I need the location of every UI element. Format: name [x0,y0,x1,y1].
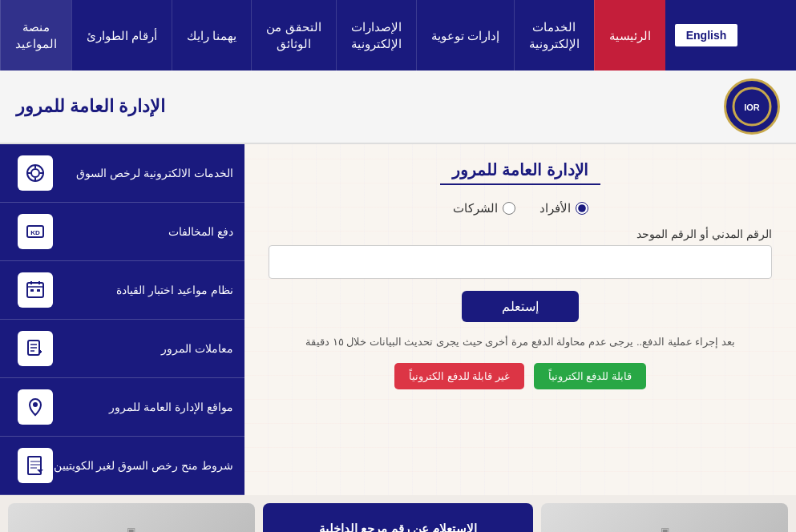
field-label: الرقم المدني أو الرقم الموحد [269,228,772,240]
radio-group: الأفراد الشركات [269,201,772,216]
svg-text:KD: KD [30,229,40,236]
bottom-section: ▣ الإستعلام عن رقم مرجع الداخلية ▣ [0,495,796,532]
bottom-card-center[interactable]: الإستعلام عن رقم مرجع الداخلية [263,503,534,532]
nav-item-verify[interactable]: التحقق من الوثائق [251,0,335,71]
nav-item-issuances[interactable]: الإصدارات الإلكترونية [336,0,416,71]
nav-item-platform[interactable]: منصة المواعيد [0,0,71,71]
radio-companies-label[interactable]: الشركات [453,201,515,216]
submit-button[interactable]: إستعلم [462,291,579,322]
sidebar-icon-pay-violations: KD [18,214,53,249]
sidebar-item-vehicle-license[interactable]: الخدمات الالكترونية لرخص السوق [0,144,244,203]
svg-point-3 [31,169,39,177]
radio-companies[interactable] [503,202,515,215]
nav-item-awareness[interactable]: إدارات توعوية [416,0,514,71]
nav-item-emergency[interactable]: أرقام الطوارئ [71,0,172,71]
bottom-card-right: ▣ [8,503,255,532]
info-text: بعد إجراء عملية الدفع.. يرجى عدم محاولة … [269,334,772,351]
page-header-title: الإدارة العامة للمرور [16,96,165,117]
bottom-card-right-placeholder: ▣ [127,526,135,532]
english-button[interactable]: English [673,22,740,48]
sidebar-item-transactions[interactable]: معاملات المرور [0,320,244,378]
sidebar-icon-driving-schedule [18,272,53,308]
page-header: IOR الإدارة العامة للمرور [0,71,796,144]
form-underline [440,183,600,185]
svg-rect-10 [27,283,43,297]
bottom-card-center-title: الإستعلام عن رقم مرجع الداخلية [319,522,478,533]
sidebar-item-locations[interactable]: مواقع الإدارة العامة للمرور [0,378,244,437]
sidebar-item-conditions[interactable]: شروط منح رخص السوق لغير الكويتيين [0,437,244,495]
sidebar-item-driving-schedule[interactable]: نظام مواعيد اختبار القيادة [0,261,244,320]
svg-rect-21 [28,457,41,474]
payment-btn-eligible[interactable]: قابلة للدفع الكترونياً [534,363,646,389]
civil-number-input[interactable] [269,245,772,279]
sidebar: الخدمات الالكترونية لرخص السوق دفع المخا… [0,144,244,495]
main-content: الإدارة العامة للمرور الأفراد الشركات ال… [0,144,796,495]
header-logo: IOR [724,79,780,135]
sidebar-icon-transactions [18,331,53,366]
nav-item-feedback[interactable]: يهمنا رايك [172,0,251,71]
bottom-card-left: ▣ [541,503,788,532]
nav-item-home[interactable]: الرئيسية [594,0,665,71]
payment-buttons: قابلة للدفع الكترونياً غير قابلة للدفع ا… [269,363,772,389]
bottom-card-left-placeholder: ▣ [661,526,669,532]
form-area: الإدارة العامة للمرور الأفراد الشركات ال… [244,144,796,495]
svg-text:IOR: IOR [744,103,760,112]
payment-btn-ineligible[interactable]: غير قابلة للدفع الكترونياً [394,363,524,389]
sidebar-icon-locations [18,389,53,425]
navigation: English الرئيسية الخدمات الإلكترونية إدا… [0,0,796,71]
form-title: الإدارة العامة للمرور [269,160,772,179]
sidebar-icon-vehicle-license [18,155,53,191]
radio-individuals-label[interactable]: الأفراد [539,201,588,216]
sidebar-icon-conditions [18,448,53,483]
sidebar-item-pay-violations[interactable]: دفع المخالفات KD [0,203,244,261]
svg-rect-15 [37,289,40,292]
svg-rect-14 [30,289,34,292]
nav-item-eservices[interactable]: الخدمات الإلكترونية [514,0,594,71]
radio-individuals[interactable] [576,202,588,215]
svg-point-20 [33,402,38,407]
